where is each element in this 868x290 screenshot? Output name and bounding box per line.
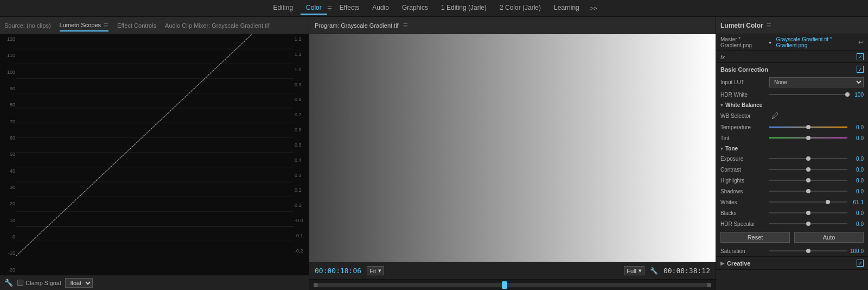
clamp-signal-checkbox[interactable]	[17, 280, 23, 286]
right-panel: Lumetri Color ☰ Master * Gradient.png ▾ …	[716, 17, 868, 290]
quality-select[interactable]: Full ▾	[624, 266, 644, 275]
blacks-thumb	[806, 211, 810, 215]
program-timeline[interactable]	[309, 279, 716, 290]
saturation-label: Saturation	[720, 248, 769, 254]
exposure-track	[769, 158, 847, 159]
tab-audio-clip-mixer[interactable]: Audio Clip Mixer: Grayscale Gradient.tif	[165, 20, 270, 31]
blacks-slider[interactable]	[769, 209, 847, 217]
tab-lumetri-scopes[interactable]: Lumetri Scopes ☰	[60, 20, 109, 31]
fx-label: fx	[720, 54, 725, 60]
y-label-80: 80	[1, 102, 15, 108]
basic-correction-header[interactable]: Basic Correction	[716, 63, 868, 75]
reset-icon[interactable]: ↩	[858, 39, 864, 46]
temperature-row: Temperature 0.0	[716, 122, 868, 133]
shadows-label: Shadows	[720, 188, 769, 194]
nav-editing[interactable]: Editing	[267, 2, 298, 15]
basic-correction-section: Basic Correction Input LUT None HDR Whit…	[716, 63, 868, 257]
scope-canvas: 120 110 100 90 80 70 60 50 40 30 20 10 0…	[0, 34, 309, 275]
blacks-value: 0.0	[847, 210, 864, 216]
clamp-signal-label: Clamp Signal	[25, 280, 61, 286]
creative-title: Creative	[727, 260, 750, 267]
fx-checkbox[interactable]	[857, 53, 864, 60]
contrast-thumb	[806, 167, 810, 172]
r-label-04: 0.4	[295, 157, 308, 163]
hdr-white-value: 100	[847, 92, 864, 98]
lumetri-color-menu-icon[interactable]: ☰	[767, 22, 771, 28]
fit-label: Fit	[369, 268, 376, 274]
float-select[interactable]: float	[65, 278, 93, 288]
r-label-06: 0.6	[295, 127, 308, 133]
clip-selector: Master * Gradient.png ▾ Grayscale Gradie…	[716, 34, 868, 51]
tab-effect-controls[interactable]: Effect Controls	[117, 20, 156, 31]
nav-color-jarle[interactable]: 2 Color (Jarle)	[494, 2, 546, 15]
saturation-slider[interactable]	[769, 247, 847, 255]
exposure-slider[interactable]	[769, 155, 847, 162]
tab-source[interactable]: Source: (no clips)	[4, 20, 51, 31]
input-lut-select-wrap: None	[769, 77, 864, 87]
nav-editing-jarle[interactable]: 1 Editing (Jarle)	[436, 2, 492, 15]
exposure-thumb	[806, 156, 810, 161]
timeline-playhead[interactable]	[502, 281, 507, 289]
highlights-thumb	[806, 178, 810, 182]
creative-chevron: ▶	[720, 260, 725, 266]
creative-checkbox[interactable]	[857, 260, 864, 267]
contrast-row: Contrast 0.0	[716, 164, 868, 175]
lumetri-color-title: Lumetri Color	[720, 22, 763, 29]
saturation-row: Saturation 100.0	[716, 245, 868, 256]
tint-value: 0.0	[847, 135, 864, 141]
hdr-specular-slider[interactable]	[769, 220, 847, 228]
scope-area: 120 110 100 90 80 70 60 50 40 30 20 10 0…	[0, 34, 309, 275]
temperature-thumb	[806, 125, 810, 129]
reset-button[interactable]: Reset	[720, 232, 790, 243]
main-area: Source: (no clips) Lumetri Scopes ☰ Effe…	[0, 17, 868, 290]
y-label-neg10: -10	[1, 250, 15, 256]
highlights-label: Highlights	[720, 178, 769, 184]
nav-audio[interactable]: Audio	[367, 2, 394, 15]
saturation-thumb	[806, 249, 810, 253]
hdr-white-slider[interactable]	[769, 91, 847, 98]
white-balance-row: ▾ White Balance	[716, 100, 868, 110]
svg-line-14	[16, 34, 252, 256]
tint-slider[interactable]	[769, 134, 847, 142]
nav-more[interactable]: >>	[587, 3, 601, 14]
r-label-09: 0.9	[295, 82, 308, 87]
r-label-05: 0.5	[295, 142, 308, 148]
r-axis: 1.2 1.1 1.0 0.9 0.8 0.7 0.6 0.5 0.4 0.3 …	[293, 34, 309, 256]
wrench-tool-icon[interactable]: 🔧	[4, 279, 13, 287]
tint-thumb	[806, 136, 810, 140]
whites-slider[interactable]	[769, 198, 847, 206]
hdr-specular-thumb	[806, 222, 810, 226]
saturation-track	[769, 250, 847, 251]
timeline-track[interactable]	[314, 283, 711, 287]
shadows-slider[interactable]	[769, 187, 847, 195]
basic-correction-checkbox[interactable]	[857, 66, 864, 73]
highlights-slider[interactable]	[769, 176, 847, 184]
color-menu-icon[interactable]: ☰	[327, 5, 332, 11]
y-label-40: 40	[1, 168, 15, 174]
nav-effects[interactable]: Effects	[334, 2, 365, 15]
fit-select[interactable]: Fit ▾	[367, 266, 384, 275]
lumetri-scopes-menu-icon[interactable]: ☰	[104, 22, 108, 28]
white-balance-label: White Balance	[725, 102, 774, 108]
nav-graphics[interactable]: Graphics	[397, 2, 433, 15]
hdr-white-label: HDR White	[720, 92, 769, 98]
tint-label: Tint	[720, 135, 769, 141]
temperature-slider[interactable]	[769, 123, 847, 131]
timecode-current[interactable]: 00:00:18:06	[315, 267, 361, 275]
reset-auto-row: Reset Auto	[716, 229, 868, 245]
y-label-110: 110	[1, 53, 15, 58]
eyedropper-icon[interactable]: 🖊	[771, 111, 779, 120]
hdr-white-track	[769, 94, 847, 95]
contrast-slider[interactable]	[769, 166, 847, 173]
wb-selector-label: WB Selector	[720, 113, 769, 119]
nav-learning[interactable]: Learning	[548, 2, 585, 15]
creative-header[interactable]: ▶ Creative	[716, 257, 868, 269]
auto-button[interactable]: Auto	[794, 232, 864, 243]
settings-icon[interactable]: 🔧	[650, 267, 658, 275]
clip-select-dropdown[interactable]: Master * Gradient.png ▾	[720, 36, 771, 48]
shadows-thumb	[806, 189, 810, 193]
nav-color[interactable]: Color	[301, 2, 327, 15]
input-lut-select[interactable]: None	[769, 77, 864, 87]
clip-select-label: Master * Gradient.png	[720, 36, 768, 48]
program-menu-icon[interactable]: ☰	[403, 22, 408, 28]
